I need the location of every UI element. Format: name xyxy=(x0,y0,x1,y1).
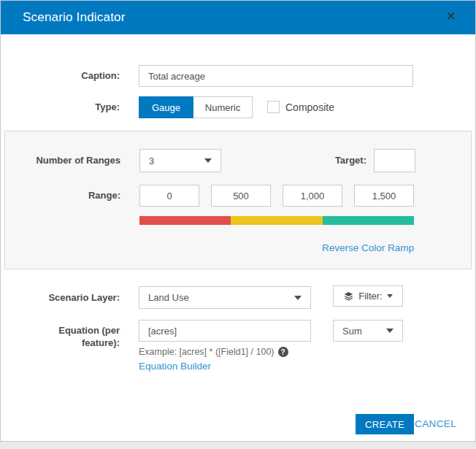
ranges-panel: Number of Ranges 3 Target: Range: Revers… xyxy=(4,131,472,269)
scenario-indicator-dialog: Scenario Indicator ✕ Caption: Type: Gaug… xyxy=(0,0,476,442)
range-input-3[interactable] xyxy=(283,185,342,207)
scenario-layer-value: Land Use xyxy=(139,292,294,303)
close-icon[interactable]: ✕ xyxy=(446,1,456,34)
scenario-layer-dropdown[interactable]: Land Use xyxy=(139,286,311,309)
number-of-ranges-value: 3 xyxy=(140,156,204,166)
scenario-layer-label: Scenario Layer: xyxy=(1,286,120,309)
range-label: Range: xyxy=(5,185,120,207)
caret-down-icon xyxy=(386,329,394,333)
help-icon[interactable]: ? xyxy=(278,347,288,357)
range-input-2[interactable] xyxy=(211,185,271,207)
target-input[interactable] xyxy=(374,149,415,172)
equation-example: Example: [acres] * ([Field1] / 100) ? xyxy=(139,347,288,357)
caret-down-icon xyxy=(294,296,302,300)
reverse-color-ramp-link[interactable]: Reverse Color Ramp xyxy=(322,242,414,253)
type-numeric-button[interactable]: Numeric xyxy=(193,96,253,118)
ramp-segment-yellow xyxy=(231,216,322,225)
type-label: Type: xyxy=(1,96,120,118)
equation-label: Equation (per feature): xyxy=(32,324,120,349)
caption-input[interactable] xyxy=(139,65,413,87)
ramp-segment-green xyxy=(323,216,414,225)
cancel-button[interactable]: CANCEL xyxy=(415,414,456,434)
equation-example-text: Example: [acres] * ([Field1] / 100) xyxy=(139,347,275,357)
type-toggle-group: Gauge Numeric xyxy=(139,96,253,118)
number-of-ranges-label: Number of Ranges xyxy=(5,149,120,172)
number-of-ranges-dropdown[interactable]: 3 xyxy=(139,149,221,172)
layers-icon xyxy=(343,291,354,302)
caret-down-icon xyxy=(387,294,393,298)
aggregation-value: Sum xyxy=(334,326,386,337)
composite-checkbox[interactable] xyxy=(267,101,280,113)
filter-label: Filter: xyxy=(358,291,383,302)
aggregation-dropdown[interactable]: Sum xyxy=(333,320,403,342)
page-background-strip xyxy=(0,442,476,449)
ramp-segment-red xyxy=(139,216,231,225)
range-input-1[interactable] xyxy=(139,185,199,207)
caption-label: Caption: xyxy=(1,65,120,87)
dialog-titlebar: Scenario Indicator ✕ xyxy=(1,1,475,34)
type-gauge-button[interactable]: Gauge xyxy=(139,96,193,118)
target-label: Target: xyxy=(315,149,366,172)
color-ramp xyxy=(139,216,414,225)
dialog-title: Scenario Indicator xyxy=(23,1,126,34)
caret-down-icon xyxy=(204,158,212,163)
create-button[interactable]: CREATE xyxy=(356,414,414,434)
filter-dropdown-button[interactable]: Filter: xyxy=(333,285,403,307)
scenario-indicator-dialog-screen: Scenario Indicator ✕ Caption: Type: Gaug… xyxy=(0,0,476,449)
equation-builder-link[interactable]: Equation Builder xyxy=(139,361,211,372)
composite-label: Composite xyxy=(285,96,334,118)
range-input-4[interactable] xyxy=(354,185,414,207)
equation-input[interactable] xyxy=(139,320,311,342)
